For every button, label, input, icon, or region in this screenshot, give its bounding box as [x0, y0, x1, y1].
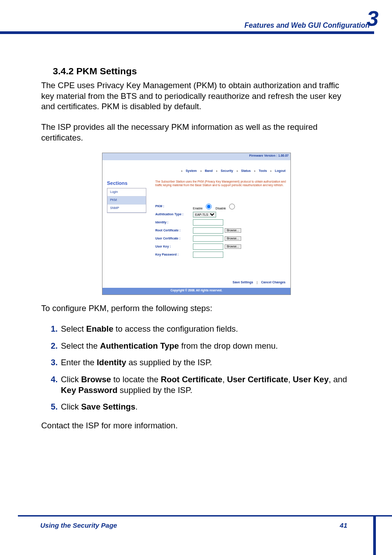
label-disable: Disable	[216, 207, 226, 210]
copyright-bar: Copyright © 2008. All rights reserved.	[102, 288, 290, 295]
label-user-cert: User Certificate :	[155, 237, 193, 241]
header-title: Features and Web GUI Configuration	[244, 21, 370, 30]
input-key-password[interactable]	[193, 252, 223, 258]
paragraph: The ISP provides all the necessary PKM i…	[41, 122, 352, 143]
label-identity: Identity :	[155, 221, 193, 225]
pkm-form: PKM : Enable Disable Authtication Type :…	[155, 202, 289, 259]
top-nav: ▸System ▸Band ▸Security ▸Status ▸Tools ▸…	[102, 169, 290, 173]
input-identity[interactable]	[193, 219, 223, 226]
label-pkm: PKM :	[155, 205, 193, 209]
header-rule	[0, 31, 374, 34]
sidebar-item-login[interactable]: Login	[107, 188, 146, 196]
paragraph: Contact the ISP for more information.	[41, 420, 352, 431]
steps-list: Select Enable to access the configuratio…	[41, 324, 352, 412]
cancel-changes-link[interactable]: Cancel Changes	[261, 281, 285, 284]
input-root-cert[interactable]	[193, 227, 223, 234]
action-buttons: Save Settings | Cancel Changes	[231, 281, 287, 285]
footer-rule	[18, 515, 392, 517]
pkm-description: The Subscriber Station uses the PKM (Pri…	[155, 180, 287, 187]
select-auth-type[interactable]: EAP-TLS	[193, 212, 216, 218]
label-user-key: User Key :	[155, 245, 193, 249]
pkm-gui-screenshot: Firmware Version : 1.00.07 ▸System ▸Band…	[102, 153, 291, 295]
label-auth-type: Authtication Type :	[155, 213, 193, 217]
label-key-password: Key Password :	[155, 253, 193, 257]
step-4: Click Browse to locate the Root Certific…	[60, 374, 352, 395]
label-enable: Enable	[193, 207, 203, 210]
input-user-cert[interactable]	[193, 235, 223, 242]
sidebar-item-pkm[interactable]: PKM	[107, 196, 146, 205]
browse-user-cert[interactable]: Browse...	[225, 236, 241, 241]
page-content: 3.4.2 PKM Settings The CPE uses Privacy …	[41, 63, 352, 441]
nav-tools[interactable]: Tools	[259, 169, 267, 172]
paragraph: The CPE uses Privacy Key Management (PKM…	[41, 80, 352, 112]
firmware-bar: Firmware Version : 1.00.07	[102, 153, 290, 160]
section-heading: 3.4.2 PKM Settings	[53, 65, 352, 77]
browse-root-cert[interactable]: Browse...	[225, 228, 241, 233]
step-2: Select the Authentication Type from the …	[60, 341, 352, 351]
nav-security[interactable]: Security	[221, 169, 233, 172]
sections-label: Sections	[107, 180, 128, 186]
footer-bar	[373, 517, 376, 555]
step-1: Select Enable to access the configuratio…	[60, 324, 352, 334]
radio-disable[interactable]	[229, 204, 235, 209]
footer-right: 41	[340, 521, 347, 529]
step-3: Enter the Identity as supplied by the IS…	[60, 357, 352, 368]
step-5: Click Save Settings.	[60, 401, 352, 412]
browse-user-key[interactable]: Browse...	[225, 244, 241, 249]
nav-logout[interactable]: Logout	[275, 169, 285, 172]
radio-enable[interactable]	[206, 204, 212, 209]
nav-system[interactable]: System	[186, 169, 197, 172]
paragraph: To configure PKM, perform the following …	[41, 303, 352, 314]
input-user-key[interactable]	[193, 243, 223, 250]
sections-sidebar: Login PKM SNMP	[107, 188, 146, 213]
save-settings-link[interactable]: Save Settings	[233, 281, 253, 284]
label-root-cert: Root Certificate :	[155, 229, 193, 233]
footer-left: Using the Security Page	[40, 521, 117, 529]
sidebar-item-snmp[interactable]: SNMP	[107, 205, 146, 213]
nav-band[interactable]: Band	[205, 169, 213, 172]
nav-status[interactable]: Status	[241, 169, 251, 172]
